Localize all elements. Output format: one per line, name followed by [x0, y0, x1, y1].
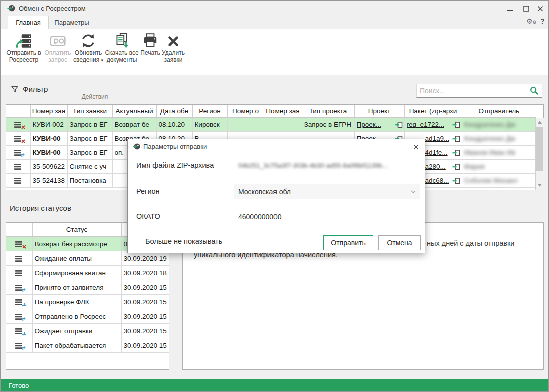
col-number-z[interactable]: Номер зая — [264, 105, 302, 118]
open-package-icon[interactable] — [452, 163, 460, 171]
request-stack-icon — [14, 178, 22, 184]
sync-badge-icon — [22, 315, 26, 323]
status-stack-icon — [15, 343, 23, 349]
minimize-button[interactable] — [503, 3, 517, 15]
sync-badge-icon — [22, 301, 26, 308]
col-sender[interactable]: Отправитель — [462, 105, 536, 118]
close-button[interactable] — [533, 3, 547, 15]
col-region[interactable]: Регион — [192, 105, 227, 118]
minimize-icon — [507, 6, 513, 12]
sender-name: Иванов Иван Ив — [464, 149, 515, 156]
filter-label: Фильтр — [23, 85, 48, 93]
region-dropdown[interactable]: Московская обл — [234, 184, 420, 199]
app-logo-icon — [7, 4, 15, 12]
tab-parameters[interactable]: Параметры — [49, 16, 95, 29]
download-all-documents-button[interactable]: Скачать все документы — [104, 31, 140, 71]
status-stack-icon — [15, 285, 23, 291]
sender-name: Кондратенко Дм — [464, 121, 515, 128]
search-input[interactable] — [417, 87, 530, 95]
print-icon — [142, 32, 159, 49]
open-package-icon[interactable] — [452, 177, 460, 185]
col-package[interactable]: Пакет (zip-архи — [404, 105, 462, 118]
col-request-number[interactable]: Номер зая — [30, 105, 67, 118]
col-icon[interactable] — [6, 223, 32, 237]
history-section-title: История статусов — [10, 204, 71, 212]
history-row[interactable]: Принято от заявителя 30.09.2020 15 — [6, 280, 169, 295]
tab-main[interactable]: Главная — [8, 16, 49, 29]
dialog-title: Параметры отправки — [143, 143, 207, 150]
col-icon[interactable] — [6, 105, 30, 118]
filter-toggle[interactable]: Фильтр — [11, 85, 48, 93]
settings-gears-icon[interactable]: ⚙⚙ — [526, 17, 537, 25]
pay-request-icon — [49, 32, 66, 49]
cancel-button[interactable]: Отмена — [378, 235, 421, 250]
scroll-up-icon[interactable] — [538, 121, 542, 124]
status-stack-icon — [15, 314, 23, 320]
zip-filename-label: Имя файла ZIP-архива — [136, 158, 214, 173]
table-scrollbar[interactable] — [535, 118, 544, 190]
close-icon — [537, 6, 543, 12]
dialog-titlebar: Параметры отправки — [128, 139, 425, 153]
col-number-o[interactable]: Номер о — [227, 105, 264, 118]
okato-input[interactable]: 46000000000 — [234, 209, 420, 224]
col-project[interactable]: Проект — [354, 105, 404, 118]
maximize-button[interactable] — [519, 3, 533, 15]
search-box — [416, 84, 542, 98]
dont-show-again-checkbox[interactable] — [134, 239, 141, 246]
project-link[interactable]: Проек... — [357, 121, 381, 128]
table-header-row: Номер зая Тип заявки Актуальный Дата обн… — [6, 105, 536, 118]
filter-funnel-icon — [11, 85, 19, 93]
dropdown-caret-icon: ▾ — [101, 58, 103, 63]
ribbon-group-label: Действия — [1, 93, 189, 100]
col-request-type[interactable]: Тип заявки — [67, 105, 112, 118]
history-row[interactable]: Отправлено в Росреес 30.09.2020 15 — [6, 309, 169, 324]
col-project-type[interactable]: Тип проекта — [302, 105, 354, 118]
window-title: Обмен с Росреестром — [19, 5, 86, 12]
status-stack-icon — [15, 299, 23, 305]
scroll-down-icon[interactable] — [538, 184, 542, 187]
history-row[interactable]: Сформирована квитан 30.09.2020 18 — [6, 266, 169, 280]
sender-name: Мария — [464, 163, 485, 170]
col-status[interactable]: Статус — [32, 223, 121, 237]
okato-value: 46000000000 — [238, 213, 282, 221]
error-badge-icon — [22, 243, 26, 250]
titlebar: Обмен с Росреестром — [1, 1, 548, 16]
package-link[interactable]: req_e1722... — [407, 121, 445, 128]
app-logo-icon — [133, 143, 140, 150]
send-button[interactable]: Отправить — [323, 235, 373, 250]
request-stack-icon — [14, 136, 22, 142]
status-stack-icon — [15, 270, 23, 276]
sender-name: Соболев Михаил — [464, 177, 518, 184]
zip-filename-value: 04b251_3c75a3f7-303b-4b30-ad55-8a0f8bf11… — [238, 162, 388, 169]
open-package-icon[interactable] — [452, 149, 460, 157]
open-package-icon[interactable] — [452, 135, 460, 143]
scroll-thumb[interactable] — [536, 127, 543, 171]
refresh-info-button[interactable]: Обновить сведения ▾ — [73, 31, 104, 71]
open-package-icon[interactable] — [452, 121, 460, 129]
zip-filename-input[interactable]: 04b251_3c75a3f7-303b-4b30-ad55-8a0f8bf11… — [234, 158, 420, 173]
history-row[interactable]: Ожидает отправки 30.09.2020 15 — [6, 324, 169, 338]
sync-badge-icon — [22, 330, 26, 337]
open-project-icon[interactable] — [395, 121, 403, 129]
col-updated-date[interactable]: Дата обн — [156, 105, 192, 118]
delete-x-icon — [165, 32, 182, 49]
print-button[interactable]: Печать — [140, 31, 161, 71]
region-value: Московская обл — [238, 188, 291, 196]
send-to-rosreestr-button[interactable]: Отправить в Росреестр — [5, 31, 43, 71]
history-row[interactable]: На проверке ФЛК 30.09.2020 15 — [6, 295, 169, 309]
help-button[interactable]: ? — [540, 17, 545, 25]
ribbon-separator — [189, 59, 189, 100]
table-row[interactable]: КУВИ-002 Запрос в ЕГ Возврат бе 08.10.20… — [6, 118, 536, 132]
sender-name: Кондратенко Дм — [464, 135, 515, 142]
sync-badge-icon — [22, 344, 26, 352]
ribbon-tabs: Главная Параметры ⚙⚙ ? — [1, 16, 548, 29]
search-icon[interactable] — [530, 86, 539, 95]
error-badge-icon — [21, 123, 25, 131]
dont-show-again-label: Больше не показывать — [145, 237, 222, 245]
col-actual-status[interactable]: Актуальный — [112, 105, 156, 118]
history-row[interactable]: Пакет обрабатывается 30.09.2020 15 — [6, 338, 169, 353]
status-stack-icon — [15, 241, 23, 247]
delete-requests-button[interactable]: Удалить заявки — [161, 31, 186, 71]
dialog-close-button[interactable] — [412, 143, 420, 151]
description-line-1: ных дней с даты отправки — [427, 239, 514, 247]
